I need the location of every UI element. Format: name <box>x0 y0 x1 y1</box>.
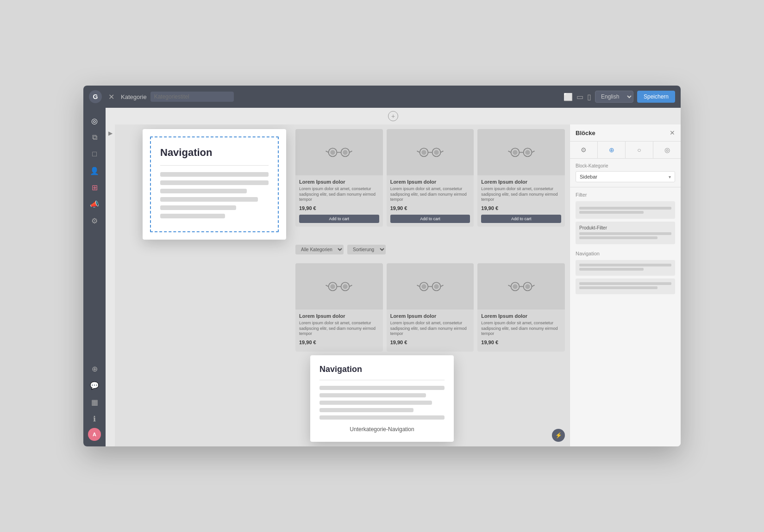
sidebar-icon-home[interactable]: ◎ <box>87 113 102 128</box>
product-price-6: 19,90 € <box>481 340 561 345</box>
glasses-icon-4 <box>325 279 353 293</box>
rp-icon-layers[interactable]: ◎ <box>653 142 681 158</box>
product-desc-6: Lorem ipsum dolor sit amet, consetetur s… <box>481 321 561 337</box>
sidebar-icon-plus[interactable]: ⊕ <box>87 361 102 376</box>
page-content: ▶ Navigation <box>106 124 681 446</box>
svg-point-27 <box>343 284 348 289</box>
filter-block-section: Filter Produkt-Filter <box>576 192 675 244</box>
sidebar-icon-settings[interactable]: ⚙ <box>87 213 102 228</box>
navigation-block-item-2[interactable] <box>576 278 675 294</box>
svg-line-38 <box>508 285 511 286</box>
product-body-1: Lorem Ipsum dolor Lorem ipsum dolor sit … <box>295 175 383 227</box>
product-card-5: Lorem Ipsum dolor Lorem ipsum dolor sit … <box>387 263 474 352</box>
svg-line-39 <box>532 285 534 286</box>
top-bar: G ✕ Kategorie ⬜ ▭ ▯ English Deutsch Spei… <box>83 86 681 108</box>
rp-icon-blocks[interactable]: ⊕ <box>598 142 626 158</box>
sidebar-icon-megaphone[interactable]: 📣 <box>87 197 102 211</box>
add-to-cart-btn-2[interactable]: Add to cart <box>390 215 470 223</box>
produkt-filter-block-item[interactable]: Produkt-Filter <box>576 222 675 244</box>
product-image-6 <box>477 263 565 309</box>
product-name-1: Lorem Ipsum dolor <box>299 179 379 185</box>
product-body-5: Lorem Ipsum dolor Lorem ipsum dolor sit … <box>387 309 474 352</box>
right-panel-close-button[interactable]: ✕ <box>670 129 675 136</box>
product-card-1: Lorem Ipsum dolor Lorem ipsum dolor sit … <box>295 129 383 227</box>
kategorie-input[interactable] <box>150 92 234 102</box>
chevron-down-icon: ▾ <box>669 174 671 179</box>
svg-point-6 <box>343 150 348 155</box>
mobile-icon[interactable]: ▯ <box>587 93 591 101</box>
right-panel-header: Blöcke ✕ <box>570 124 681 142</box>
product-card-2: Lorem Ipsum dolor Lorem ipsum dolor sit … <box>387 129 474 227</box>
product-name-6: Lorem Ipsum dolor <box>481 313 561 319</box>
product-desc-4: Lorem ipsum dolor sit amet, consetetur s… <box>299 321 379 337</box>
pf-stub-2 <box>579 236 658 239</box>
tablet-icon[interactable]: ▭ <box>576 93 583 101</box>
svg-line-25 <box>350 285 352 286</box>
add-row: + <box>106 108 681 124</box>
filter-row: Alle Kategorien Sortierung <box>295 245 386 254</box>
svg-line-3 <box>326 151 329 152</box>
rp-icon-eye[interactable]: ○ <box>626 142 653 158</box>
glasses-icon-1 <box>325 145 353 159</box>
desktop-icon[interactable]: ⬜ <box>564 93 573 101</box>
navigation-block-section: Navigation <box>576 251 675 294</box>
product-name-3: Lorem Ipsum dolor <box>481 179 561 185</box>
filter-select-1[interactable]: Alle Kategorien <box>295 245 344 254</box>
save-button[interactable]: Speichern <box>637 91 675 103</box>
right-panel-icons: ⚙ ⊕ ○ ◎ <box>570 142 681 159</box>
nav-stub-6 <box>160 214 225 218</box>
svg-line-18 <box>532 151 534 152</box>
svg-line-31 <box>417 285 420 286</box>
product-price-2: 19,90 € <box>390 205 470 211</box>
add-to-cart-btn-3[interactable]: Add to cart <box>481 215 561 223</box>
svg-point-41 <box>525 284 530 289</box>
nav-popup-title: Navigation <box>160 147 269 159</box>
language-select[interactable]: English Deutsch <box>595 91 633 103</box>
sidebar-icon-users[interactable]: 👤 <box>87 163 102 178</box>
product-card-4: Lorem Ipsum dolor Lorem ipsum dolor sit … <box>295 263 383 352</box>
filter-stub-2 <box>579 211 644 214</box>
rp-icon-settings[interactable]: ⚙ <box>570 142 598 158</box>
nav-stub-sm-1 <box>319 386 445 390</box>
left-col-toggle[interactable]: ▶ <box>106 124 115 446</box>
nav-popup-small-subtitle: Unterkategorie-Navigation <box>319 426 445 433</box>
add-section-button[interactable]: + <box>388 111 398 121</box>
svg-line-11 <box>440 151 443 152</box>
svg-point-13 <box>434 150 439 155</box>
product-image-5 <box>387 263 474 309</box>
add-to-cart-btn-1[interactable]: Add to cart <box>299 215 379 223</box>
product-price-5: 19,90 € <box>390 340 470 345</box>
product-body-2: Lorem Ipsum dolor Lorem ipsum dolor sit … <box>387 175 474 227</box>
sidebar-icon-chat[interactable]: 💬 <box>87 378 102 393</box>
nav-rp2-stub-2 <box>579 286 658 289</box>
rp-blocks: Filter Produkt-Filter <box>570 187 681 446</box>
nav-stub-sm-4 <box>319 408 413 412</box>
sidebar-icon-layers[interactable]: ⧉ <box>87 130 102 145</box>
sidebar-icon-pages[interactable]: □ <box>87 147 102 161</box>
nav-popup-divider <box>160 165 269 166</box>
nav-stub-sm-3 <box>319 401 432 405</box>
sidebar-icon-info[interactable]: ℹ <box>87 411 102 426</box>
svg-point-40 <box>513 284 518 289</box>
product-name-5: Lorem Ipsum dolor <box>390 313 470 319</box>
sidebar-icon-table[interactable]: ▦ <box>87 395 102 409</box>
svg-line-17 <box>508 151 511 152</box>
glasses-icon-3 <box>507 145 535 159</box>
filter-block-item[interactable] <box>576 201 675 219</box>
product-desc-5: Lorem ipsum dolor sit amet, consetetur s… <box>390 321 470 337</box>
svg-point-34 <box>434 284 439 289</box>
bottom-right-icon[interactable]: ⚡ <box>552 429 565 442</box>
avatar[interactable]: A <box>88 428 101 441</box>
product-body-3: Lorem Ipsum dolor Lorem ipsum dolor sit … <box>477 175 565 227</box>
sidebar-icon-grid[interactable]: ⊞ <box>87 180 102 195</box>
nav-rp-stub-1 <box>579 264 671 266</box>
product-image-3 <box>477 129 565 175</box>
navigation-block-item[interactable] <box>576 260 675 276</box>
filter-select-2[interactable]: Sortierung <box>347 245 386 254</box>
product-price-1: 19,90 € <box>299 205 379 211</box>
product-body-6: Lorem Ipsum dolor Lorem ipsum dolor sit … <box>477 309 565 352</box>
close-button[interactable]: ✕ <box>106 93 117 101</box>
glasses-icon-2 <box>416 145 444 159</box>
product-card-6: Lorem Ipsum dolor Lorem ipsum dolor sit … <box>477 263 565 352</box>
block-kategorie-dropdown[interactable]: Sidebar ▾ <box>576 171 675 182</box>
